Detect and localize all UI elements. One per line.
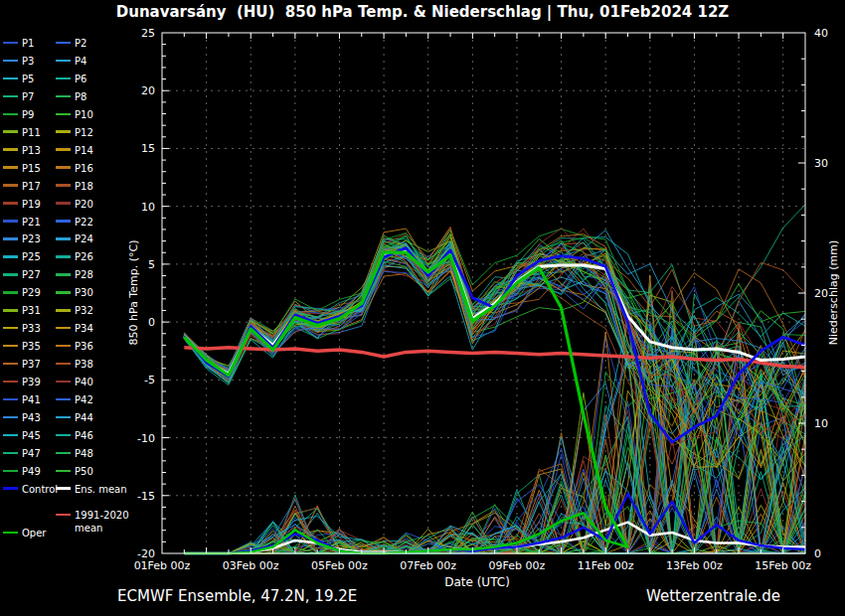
temp-tick-label: 10 (141, 201, 155, 214)
date-tick-label: 01Feb 00z (134, 559, 191, 572)
x-axis-label: Date (UTC) (378, 575, 577, 589)
footer-model-info: ECMWF Ensemble, 47.2N, 19.2E (117, 587, 357, 605)
precip-tick-label: 30 (814, 157, 828, 170)
temp-tick-label: 15 (141, 142, 155, 155)
precip-tick-label: 40 (814, 27, 828, 40)
temp-tick-label: 0 (148, 316, 155, 329)
temp-tick-label: -15 (137, 490, 155, 503)
date-tick-label: 11Feb 00z (578, 559, 634, 572)
temp-tick-label: -10 (137, 432, 155, 445)
date-tick-label: 09Feb 00z (489, 559, 546, 572)
date-tick-label: 03Feb 00z (223, 559, 279, 572)
y-axis-label-temperature: 850 hPa Temp. (°C) (127, 184, 140, 402)
precip-tick-label: 10 (814, 417, 828, 430)
ensemble-member-temp-P17 (184, 243, 805, 387)
temp-tick-label: 20 (141, 84, 155, 97)
date-tick-label: 05Feb 00z (311, 559, 368, 572)
oper-temp-line (184, 252, 627, 547)
date-tick-label: 13Feb 00z (666, 559, 723, 572)
temp-tick-label: 25 (141, 27, 155, 40)
date-tick-label: 07Feb 00z (400, 559, 456, 572)
temp-tick-label: 5 (148, 258, 155, 271)
precip-tick-label: 0 (814, 547, 821, 560)
footer-site: Wetterzentrale.de (646, 587, 780, 605)
y-axis-label-precipitation: Niederschlag (mm) (827, 184, 840, 402)
meteogram-canvas: Dunavarsány (HU) 850 hPa Temp. & Nieders… (0, 0, 845, 616)
date-tick-label: 15Feb 00z (755, 559, 811, 572)
temp-tick-label: -5 (144, 374, 155, 386)
